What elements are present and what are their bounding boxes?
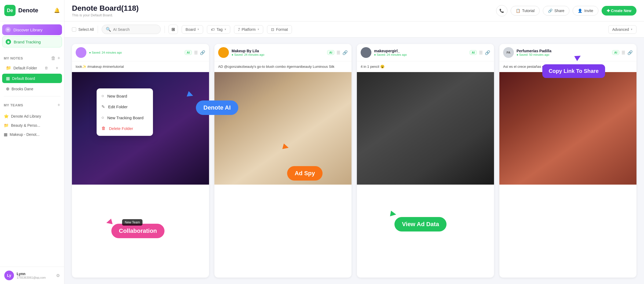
sidebar-nav: 👁 Discover Library ◉ Brand Tracking bbox=[0, 21, 64, 52]
main-content: Denote Board(118) This is your Default B… bbox=[64, 0, 644, 284]
card-4-header: PA Perfumerías Padilla Saved: 50 minutes… bbox=[499, 44, 636, 61]
dropdown-delete-folder[interactable]: 🗑 Delete Folder bbox=[97, 123, 153, 134]
card-1: Saved: 24 minutes ago AI ☰ 🔗 look✨ #make… bbox=[72, 44, 209, 278]
team-denote-ad[interactable]: ⭐ Denote Ad Library bbox=[0, 112, 64, 121]
tag-icon: 🏷 bbox=[211, 27, 215, 32]
toolbar-divider-2 bbox=[164, 26, 165, 33]
delete-folder-label: Delete Folder bbox=[109, 126, 133, 131]
platform-filter[interactable]: ⤴ Platform ▾ bbox=[234, 25, 263, 34]
advanced-filter-label: Advanced bbox=[612, 27, 629, 32]
new-board-label: New Board bbox=[107, 94, 127, 98]
brooks-icon: ⊕ bbox=[6, 86, 9, 91]
card-3-actions: AI ☰ 🔗 bbox=[470, 50, 490, 55]
new-board-icon: ○ bbox=[101, 94, 104, 98]
team-beauty[interactable]: 📁 Beauty & Perso... bbox=[0, 121, 64, 130]
folder-default-folder[interactable]: 📁 Default Folder 🗑 + bbox=[2, 63, 62, 73]
card-1-actions: AI ☰ 🔗 bbox=[185, 50, 205, 55]
card-1-link-icon[interactable]: 🔗 bbox=[200, 50, 205, 55]
collaboration-label: Collaboration bbox=[119, 227, 157, 234]
my-teams-section: My Teams + bbox=[0, 99, 64, 110]
dropdown-edit-folder[interactable]: ✎ Edit Folder bbox=[97, 101, 153, 112]
sidebar-item-discover[interactable]: 👁 Discover Library bbox=[2, 24, 62, 35]
top-bar: Denote Board(118) This is your Default B… bbox=[64, 0, 644, 21]
card-2-saved: Saved: 24 minutes ago bbox=[232, 53, 324, 56]
board-filter[interactable]: Board ▾ bbox=[182, 25, 203, 34]
add-team-button[interactable]: + bbox=[57, 102, 60, 108]
card-4: PA Perfumerías Padilla Saved: 50 minutes… bbox=[499, 44, 636, 278]
board-filter-label: Board bbox=[186, 27, 196, 32]
bell-icon[interactable]: 🔔 bbox=[54, 8, 60, 13]
my-notes-label: My Notes bbox=[4, 56, 23, 60]
create-label: ✚ Create New bbox=[607, 9, 631, 13]
card-2-list-icon[interactable]: ☰ bbox=[336, 50, 340, 55]
team-label-beauty: Beauty & Perso... bbox=[11, 123, 40, 128]
tracking-board-icon: ○ bbox=[101, 115, 104, 120]
search-input[interactable] bbox=[113, 27, 153, 32]
card-3-user-info: makeupergirl_ Saved: 24 minutes ago bbox=[374, 49, 467, 56]
copy-link-bubble[interactable]: Copy Link To Share bbox=[542, 64, 605, 78]
invite-button[interactable]: 👤 Invite bbox=[573, 6, 598, 16]
tutorial-button[interactable]: 📋 Tutorial bbox=[511, 6, 540, 16]
page-subtitle: This is your Default Board. bbox=[72, 13, 139, 17]
card-2-text: AD @cgonzalezbeauty's go-to blush combo … bbox=[218, 64, 348, 69]
grid-toggle-button[interactable]: ⊞ bbox=[169, 25, 178, 34]
card-3-link-icon[interactable]: 🔗 bbox=[485, 50, 490, 55]
advanced-filter[interactable]: Advanced ▾ bbox=[608, 25, 636, 34]
share-button[interactable]: 🔗 Share bbox=[543, 6, 569, 16]
team-makeup[interactable]: ▦ Makeup - Denot... bbox=[0, 130, 64, 139]
settings-icon[interactable]: ⚙ bbox=[56, 273, 60, 278]
add-note-button[interactable]: 🗑 + bbox=[51, 55, 60, 61]
invite-icon: 👤 bbox=[578, 9, 582, 13]
card-2-actions: AI ☰ 🔗 bbox=[327, 50, 348, 55]
card-1-body: look✨ #makeup #minertutorial bbox=[72, 61, 209, 72]
card-2-body: AD @cgonzalezbeauty's go-to blush combo … bbox=[214, 61, 352, 72]
dropdown-menu: ○ New Board ✎ Edit Folder ○ New Tracking… bbox=[97, 88, 153, 136]
format-filter-label: Format bbox=[276, 27, 288, 32]
chevron-down-icon-platform: ▾ bbox=[258, 28, 259, 31]
dropdown-new-tracking-board[interactable]: ○ New Tracking Board bbox=[97, 112, 153, 123]
card-4-list-icon[interactable]: ☰ bbox=[621, 50, 625, 55]
dropdown-new-board[interactable]: ○ New Board bbox=[97, 91, 153, 101]
tutorial-label: Tutorial bbox=[522, 9, 535, 13]
folder-default-board[interactable]: ▦ Default Board bbox=[2, 74, 62, 83]
format-icon: ⊡ bbox=[271, 27, 274, 32]
create-new-button[interactable]: ✚ Create New bbox=[602, 6, 636, 16]
card-3-list-icon[interactable]: ☰ bbox=[479, 50, 483, 55]
my-notes-section: My Notes 🗑 + bbox=[0, 52, 64, 63]
app-name: Denote bbox=[18, 7, 38, 14]
card-3-header: makeupergirl_ Saved: 24 minutes ago AI ☰… bbox=[357, 44, 494, 61]
card-4-user-info: Perfumerías Padilla Saved: 50 minutes ag… bbox=[517, 49, 609, 56]
view-ad-data-callout[interactable]: View Ad Data bbox=[394, 217, 447, 231]
edit-folder-icon: ✎ bbox=[101, 104, 105, 109]
top-bar-actions: 📞 📋 Tutorial 🔗 Share 👤 Invite ✚ Create N… bbox=[496, 5, 636, 16]
folder-icon: 📁 bbox=[6, 65, 11, 70]
team-label-denote: Denote Ad Library bbox=[11, 114, 41, 118]
sidebar-item-brand[interactable]: ◉ Brand Tracking bbox=[2, 36, 62, 47]
select-all-area[interactable]: Select All bbox=[72, 27, 94, 32]
invite-label: Invite bbox=[584, 9, 593, 13]
board-icon: ▦ bbox=[6, 76, 10, 81]
card-1-list-icon[interactable]: ☰ bbox=[194, 50, 198, 55]
tag-filter[interactable]: 🏷 Tag ▾ bbox=[207, 25, 230, 34]
search-box[interactable]: 🔍 bbox=[102, 25, 161, 34]
card-4-saved: Saved: 50 minutes ago bbox=[517, 53, 609, 56]
select-all-checkbox[interactable] bbox=[72, 27, 76, 32]
brand-label: Brand Tracking bbox=[14, 40, 41, 44]
card-4-link-icon[interactable]: 🔗 bbox=[627, 50, 633, 55]
card-1-user-info: Saved: 24 minutes ago bbox=[89, 51, 182, 54]
card-2-link-icon[interactable]: 🔗 bbox=[342, 50, 348, 55]
discover-icon: 👁 bbox=[5, 27, 11, 32]
trash-icon[interactable]: 🗑 bbox=[45, 66, 48, 70]
card-3-saved: Saved: 24 minutes ago bbox=[374, 53, 467, 56]
share-label: Share bbox=[554, 9, 564, 13]
new-team-tooltip: New Team bbox=[122, 219, 142, 226]
folder-brooks[interactable]: ⊕ Brooks Dane bbox=[2, 84, 62, 94]
add-folder-button[interactable]: + bbox=[56, 66, 58, 70]
ad-spy-callout: Ad Spy bbox=[287, 166, 323, 181]
sidebar: De Denote 🔔 👁 Discover Library ◉ Brand T… bbox=[0, 0, 64, 284]
phone-button[interactable]: 📞 bbox=[496, 5, 507, 16]
card-2: Makeup By Lila Saved: 24 minutes ago AI … bbox=[214, 44, 352, 278]
format-filter[interactable]: ⊡ Format bbox=[267, 25, 292, 34]
copy-link-label: Copy Link To Share bbox=[549, 68, 599, 74]
team-label-makeup: Makeup - Denot... bbox=[10, 132, 39, 137]
